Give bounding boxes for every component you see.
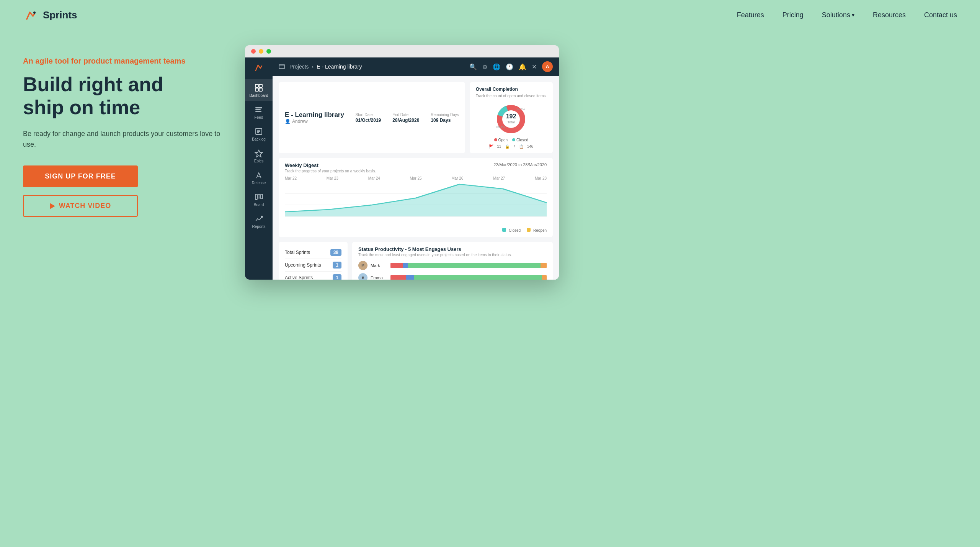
overall-completion-card: Overall Completion Track the count of op… [470,82,553,153]
browser-dot-yellow [259,49,263,54]
breadcrumb-sep: › [312,64,314,70]
app-sidebar: Dashboard Feed Backlog Epics Release [245,57,273,280]
app-mockup: Dashboard Feed Backlog Epics Release [245,45,559,280]
area-chart [285,182,547,226]
topbar-breadcrumb: Projects › E - Learning library [289,64,362,70]
sprint-row-upcoming: Upcoming Sprints 1 [285,259,341,272]
project-dates: Start Date 01/Oct/2019 End Date 28/Aug/2… [356,113,459,123]
day-mar23: Mar 23 [327,176,338,180]
sidebar-item-reports[interactable]: Reports [245,210,273,232]
svg-rect-17 [261,194,263,199]
productivity-subtitle: Track the most and least engaged users i… [358,253,547,257]
name-mark: Mark [371,263,387,268]
day-mar22: Mar 22 [285,176,297,180]
sidebar-logo [245,57,273,77]
bar-testit-emma [414,275,542,280]
app-main: Projects › E - Learning library 🔍 ⊕ 🌐 🕐 … [273,57,559,280]
weekly-digest-subtitle: Track the progress of your projects on a… [285,169,376,173]
count-flag: 🚩 - 11 [489,144,501,149]
sidebar-release-label: Release [252,181,266,185]
signup-button[interactable]: SIGN UP FOR FREE [23,165,138,187]
name-emma: Emma [371,275,387,280]
sidebar-item-dashboard[interactable]: Dashboard [245,79,273,101]
start-date-value: 01/Oct/2019 [356,118,381,123]
nav-solutions[interactable]: Solutions [822,11,854,19]
close-icon[interactable]: ✕ [532,63,537,70]
globe-icon[interactable]: 🌐 [493,63,500,70]
card-header: Weekly Digest Track the progress of your… [285,162,547,173]
topbar-icons: 🔍 ⊕ 🌐 🕐 🔔 ✕ A [469,61,553,72]
start-date-block: Start Date 01/Oct/2019 [356,113,381,123]
search-icon[interactable]: 🔍 [469,63,477,70]
sidebar-item-board[interactable]: Board [245,188,273,210]
app-topbar: Projects › E - Learning library 🔍 ⊕ 🌐 🕐 … [273,57,559,76]
avatar-emma: E [358,273,368,280]
board-icon [255,193,263,201]
sidebar-item-release[interactable]: Release [245,166,273,188]
legend-closed: Closed [502,228,521,233]
bar-inprogress-emma [406,275,414,280]
productivity-card: Status Productivity - 5 Most Engages Use… [352,242,553,280]
feed-icon [255,105,263,114]
owner-name: Andrew [292,119,308,124]
nav-links: Features Pricing Solutions Resources Con… [737,11,957,19]
upcoming-sprints-value: 1 [333,262,341,269]
sprint-row-active: Active Sprints 1 [285,272,341,280]
weekly-digest-date-range: 22/Mar/2020 to 28/Mar/2020 [493,162,547,167]
hero-section: An agile tool for product management tea… [0,30,980,303]
svg-rect-7 [256,109,260,110]
svg-text:85.4%: 85.4% [497,125,505,129]
clock-icon[interactable]: 🕐 [506,63,513,70]
sidebar-item-feed[interactable]: Feed [245,101,273,123]
closed-legend: Closed [512,138,528,142]
open-legend: Open [494,138,508,142]
bell-icon[interactable]: 🔔 [519,63,526,70]
bar-inprogress-mark [403,263,408,268]
svg-rect-2 [255,84,258,87]
project-name: E - Learning library [285,111,344,119]
svg-point-1 [33,11,36,14]
remaining-label: Remaining Days [431,113,459,117]
remaining-value: 109 Days [431,118,451,123]
donut-legend: Open Closed [476,138,547,142]
day-mar25: Mar 25 [410,176,421,180]
project-owner: 👤 Andrew [285,119,344,124]
sidebar-item-epics[interactable]: Epics [245,144,273,166]
logo-link[interactable]: Sprints [23,7,77,23]
donut-counts: 🚩 - 11 🔒 - 7 📋 - 146 [476,144,547,149]
sidebar-item-backlog[interactable]: Backlog [245,123,273,144]
total-sprints-value: 38 [330,249,341,256]
nav-contact[interactable]: Contact us [924,11,957,19]
day-mar24: Mar 24 [368,176,380,180]
nav-features[interactable]: Features [737,11,764,19]
hero-title: Build right andship on time [23,73,222,119]
user-avatar[interactable]: A [542,61,553,72]
card-title-block: Weekly Digest Track the progress of your… [285,162,376,173]
svg-rect-3 [259,84,262,87]
svg-text:Total: Total [508,120,515,124]
dashboard-icon [255,84,263,92]
svg-rect-8 [256,111,261,112]
watch-video-button[interactable]: WATCH VIDEO [23,195,138,217]
project-header: E - Learning library 👤 Andrew Start Date… [279,82,465,153]
owner-icon: 👤 [285,119,291,124]
count-doc: 📋 - 146 [519,144,534,149]
nav-pricing[interactable]: Pricing [782,11,804,19]
epics-icon [255,149,263,157]
nav-resources[interactable]: Resources [873,11,906,19]
app-inner: Dashboard Feed Backlog Epics Release [245,57,559,280]
svg-text:192: 192 [506,113,516,120]
donut-chart: 192 Total 14.6% 85.4% [494,102,528,136]
reports-icon [255,215,263,223]
sidebar-reports-label: Reports [252,224,265,229]
total-sprints-label: Total Sprints [285,250,310,255]
active-sprints-value: 1 [333,274,341,280]
weekly-digest-title: Weekly Digest [285,162,376,168]
add-icon[interactable]: ⊕ [482,63,487,70]
svg-rect-4 [255,88,258,91]
end-date-block: End Date 28/Aug/2020 [392,113,419,123]
area-chart-svg [285,182,547,224]
bars-emma [390,275,547,280]
watch-video-label: WATCH VIDEO [59,202,111,210]
sidebar-board-label: Board [254,203,264,207]
